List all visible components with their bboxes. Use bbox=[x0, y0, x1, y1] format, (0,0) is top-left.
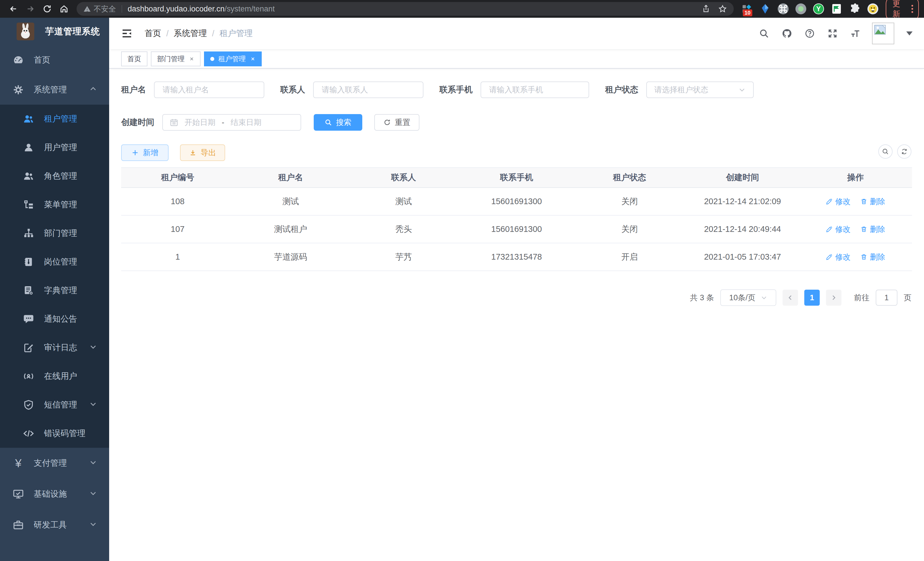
sidebar-item-label: 角色管理 bbox=[44, 170, 77, 182]
sidebar-item-user[interactable]: 用户管理 bbox=[0, 133, 109, 162]
delete-label: 删除 bbox=[870, 224, 885, 235]
sidebar-toggle-icon[interactable] bbox=[121, 27, 133, 40]
delete-link[interactable]: 删除 bbox=[860, 224, 885, 235]
browser-menu-icon[interactable] bbox=[911, 5, 913, 13]
sidebar-item-pay[interactable]: ¥ 支付管理 bbox=[0, 448, 109, 479]
security-warning[interactable]: 不安全 bbox=[83, 4, 116, 14]
tenant-name-input[interactable] bbox=[154, 81, 264, 98]
sidebar-item-infra[interactable]: 基础设施 bbox=[0, 479, 109, 510]
extension-yudao-icon[interactable]: Y bbox=[813, 3, 824, 14]
reset-button-label: 重置 bbox=[395, 117, 410, 128]
browser-forward-icon[interactable] bbox=[24, 3, 37, 15]
sidebar-item-dict[interactable]: 字典管理 bbox=[0, 276, 109, 305]
browser-reload-icon[interactable] bbox=[41, 3, 53, 15]
breadcrumb-home[interactable]: 首页 bbox=[145, 28, 161, 39]
page-unit-label: 页 bbox=[904, 293, 911, 303]
sidebar-item-system[interactable]: 系统管理 bbox=[0, 75, 109, 105]
trash-icon bbox=[860, 198, 867, 205]
column-header: 联系人 bbox=[347, 172, 460, 183]
profile-avatar-icon[interactable] bbox=[867, 3, 878, 14]
navbar: 首页 / 系统管理 / 租户管理 bbox=[109, 18, 924, 49]
sidebar-item-tenant[interactable]: 租户管理 bbox=[0, 105, 109, 133]
tab-dept[interactable]: 部门管理 bbox=[151, 51, 201, 66]
audit-log-icon bbox=[22, 341, 35, 354]
bookmark-star-icon[interactable] bbox=[718, 5, 727, 13]
extension-kite-icon[interactable] bbox=[759, 3, 771, 15]
delete-link[interactable]: 删除 bbox=[860, 196, 885, 207]
tab-close-icon[interactable] bbox=[250, 56, 255, 62]
browser-back-icon[interactable] bbox=[8, 3, 20, 15]
sidebar-item-post[interactable]: 岗位管理 bbox=[0, 248, 109, 276]
edit-link[interactable]: 修改 bbox=[826, 224, 850, 235]
tab-home[interactable]: 首页 bbox=[121, 51, 147, 66]
edit-label: 修改 bbox=[835, 196, 850, 207]
broken-image-icon bbox=[874, 25, 886, 35]
mobile-input[interactable] bbox=[481, 81, 589, 98]
help-icon[interactable] bbox=[803, 27, 816, 40]
sidebar-item-label: 首页 bbox=[34, 54, 50, 66]
extension-flag-icon[interactable] bbox=[831, 3, 842, 15]
extension-tag-assistant-icon[interactable]: 10 bbox=[741, 3, 753, 15]
header-search-icon[interactable] bbox=[758, 27, 770, 40]
tab-tenant[interactable]: 租户管理 bbox=[204, 51, 262, 66]
page-number-current[interactable]: 1 bbox=[804, 290, 820, 306]
export-button-label: 导出 bbox=[201, 147, 216, 158]
goto-page-input[interactable] bbox=[876, 290, 897, 306]
page-size-select[interactable]: 10条/页 bbox=[720, 289, 776, 306]
table-search-toggle-icon[interactable] bbox=[878, 144, 892, 159]
extension-command-icon[interactable] bbox=[778, 3, 789, 14]
cell-status: 关闭 bbox=[573, 196, 686, 207]
sidebar-item-dept[interactable]: 部门管理 bbox=[0, 219, 109, 248]
url-text: dashboard.yudao.iocoder.cn/system/tenant bbox=[128, 5, 275, 14]
tab-close-icon[interactable] bbox=[189, 56, 194, 62]
contact-input[interactable] bbox=[313, 81, 423, 98]
github-icon[interactable] bbox=[781, 27, 793, 40]
prev-page-button[interactable] bbox=[783, 290, 798, 306]
edit-link[interactable]: 修改 bbox=[826, 196, 850, 207]
chevron-up-icon bbox=[89, 85, 97, 95]
avatar[interactable] bbox=[872, 23, 894, 44]
edit-link[interactable]: 修改 bbox=[826, 252, 850, 262]
create-time-range-picker[interactable]: 开始日期 - 结束日期 bbox=[162, 114, 301, 131]
browser-home-icon[interactable] bbox=[58, 3, 70, 15]
sidebar-item-menu[interactable]: 菜单管理 bbox=[0, 190, 109, 219]
next-page-button[interactable] bbox=[826, 290, 842, 306]
cell-tenant-id: 107 bbox=[121, 224, 234, 234]
font-size-icon[interactable] bbox=[849, 27, 862, 40]
sidebar-item-home[interactable]: 首页 bbox=[0, 45, 109, 75]
breadcrumb-system[interactable]: 系统管理 bbox=[174, 28, 207, 39]
fullscreen-icon[interactable] bbox=[826, 27, 839, 40]
table-refresh-icon[interactable] bbox=[897, 144, 911, 159]
user-icon bbox=[22, 141, 35, 154]
sidebar-item-devtools[interactable]: 研发工具 bbox=[0, 510, 109, 540]
sidebar-item-notice[interactable]: 通知公告 bbox=[0, 305, 109, 333]
cell-contact: 芋艿 bbox=[347, 251, 460, 263]
sidebar-item-label: 支付管理 bbox=[34, 457, 67, 469]
extensions-puzzle-icon[interactable] bbox=[849, 3, 861, 15]
sidebar-item-sms[interactable]: 短信管理 bbox=[0, 391, 109, 419]
sidebar-item-label: 研发工具 bbox=[34, 519, 67, 531]
avatar-dropdown-icon[interactable] bbox=[906, 32, 913, 35]
mobile-label: 联系手机 bbox=[440, 84, 472, 96]
add-button[interactable]: 新增 bbox=[121, 144, 169, 161]
contact-label: 联系人 bbox=[280, 84, 305, 96]
status-select[interactable]: 请选择租户状态 bbox=[646, 81, 754, 98]
cell-tenant-name: 芋道源码 bbox=[234, 251, 347, 263]
sidebar-item-online-user[interactable]: 在线用户 bbox=[0, 362, 109, 391]
search-button[interactable]: 搜索 bbox=[314, 114, 362, 131]
sidebar-item-error-code[interactable]: 错误码管理 bbox=[0, 419, 109, 448]
url-domain: dashboard.yudao.iocoder.cn bbox=[128, 5, 225, 13]
sidebar-item-label: 租户管理 bbox=[44, 113, 77, 125]
sidebar-item-role[interactable]: 角色管理 bbox=[0, 162, 109, 190]
download-icon bbox=[189, 149, 196, 156]
sidebar-item-audit-log[interactable]: 审计日志 bbox=[0, 333, 109, 362]
extension-green-dot-icon[interactable] bbox=[795, 3, 806, 14]
logo-row[interactable]: 芋道管理系统 bbox=[0, 18, 109, 45]
delete-link[interactable]: 删除 bbox=[860, 252, 885, 262]
reset-button[interactable]: 重置 bbox=[374, 114, 419, 131]
export-button[interactable]: 导出 bbox=[180, 144, 225, 161]
menu-tree-icon bbox=[22, 199, 35, 211]
share-icon[interactable] bbox=[702, 5, 710, 13]
address-bar[interactable]: 不安全 dashboard.yudao.iocoder.cn/system/te… bbox=[76, 2, 734, 16]
sidebar: 芋道管理系统 首页 系统管理 租户管 bbox=[0, 18, 109, 561]
